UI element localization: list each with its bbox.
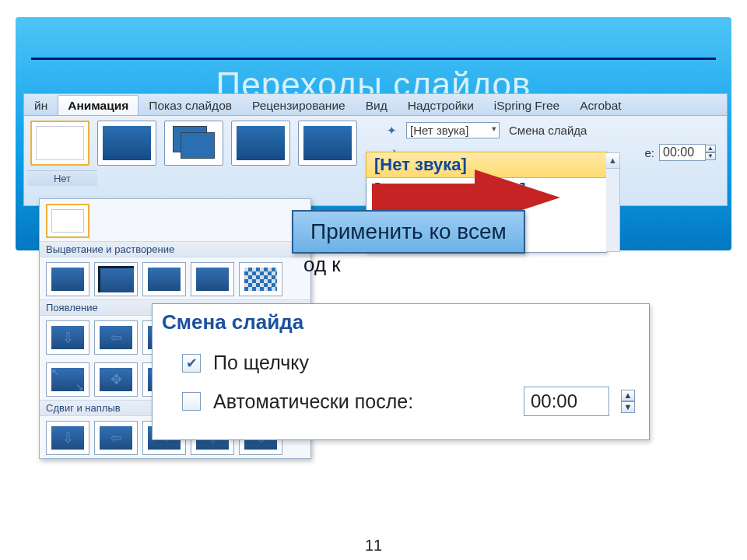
gallery-thumb[interactable]: ✥: [94, 362, 138, 397]
ribbon-after-time[interactable]: 00:00: [659, 144, 706, 161]
slide-change-options: Смена слайда ✔ По щелчку Автоматически п…: [152, 303, 650, 440]
ribbon-tab-animation[interactable]: Анимация: [58, 95, 139, 115]
ribbon-tab-slideshow[interactable]: Показ слайдов: [139, 95, 242, 115]
group-label-none: Нет: [27, 170, 97, 186]
apply-to-all-callout: Применить ко всем: [292, 210, 525, 254]
on-click-checkbox[interactable]: ✔: [182, 354, 201, 373]
on-click-label: По щелчку: [213, 352, 309, 374]
auto-after-spinner[interactable]: ▲▼: [621, 390, 635, 413]
ribbon-tab-acrobat[interactable]: Acrobat: [570, 95, 631, 115]
auto-after-checkbox[interactable]: [182, 392, 201, 411]
gallery-thumb[interactable]: [46, 262, 89, 296]
gallery-thumb[interactable]: ⇦: [94, 320, 138, 355]
gallery-thumb-none[interactable]: [46, 204, 89, 238]
ribbon-tab-ispring[interactable]: iSpring Free: [484, 95, 570, 115]
ribbon-tab-review[interactable]: Рецензирование: [242, 95, 356, 115]
dropdown-scrollbar[interactable]: ▲: [606, 152, 620, 252]
gallery-thumb[interactable]: [142, 262, 186, 296]
title-underline: [31, 58, 716, 60]
transition-sound-select[interactable]: [Нет звука]: [406, 122, 500, 138]
transition-thumb[interactable]: [298, 121, 357, 166]
transition-thumb[interactable]: [231, 121, 290, 166]
obscured-text-fragment: од к: [303, 253, 341, 277]
ribbon-tab-view[interactable]: Вид: [356, 95, 398, 115]
transition-thumb[interactable]: [97, 121, 156, 166]
ribbon-tab-addins[interactable]: Надстройки: [398, 95, 484, 115]
gallery-thumb[interactable]: [191, 262, 234, 296]
preview-icon[interactable]: ✦: [387, 124, 397, 138]
callout-arrow: [372, 184, 481, 210]
options-heading: Смена слайда: [162, 310, 640, 334]
slide-page-number: 11: [0, 537, 747, 555]
transition-thumb[interactable]: [164, 121, 223, 166]
gallery-thumb[interactable]: ⇩: [46, 421, 89, 455]
gallery-thumb[interactable]: ⇦: [94, 421, 138, 455]
gallery-thumb[interactable]: ↖↘: [46, 362, 89, 397]
transition-none-thumb[interactable]: [30, 121, 89, 166]
gallery-heading: Выцветание и растворение: [40, 241, 310, 257]
change-slide-label: Смена слайда: [509, 124, 587, 137]
gallery-thumb[interactable]: [94, 262, 138, 296]
auto-after-label: Автоматически после:: [213, 390, 413, 413]
ribbon-tab-design[interactable]: йн: [24, 95, 58, 115]
ribbon-after-spinner[interactable]: ▲▼: [705, 145, 716, 160]
ribbon-tabstrip: йн Анимация Показ слайдов Рецензирование…: [24, 94, 727, 116]
transition-thumbs: [27, 121, 357, 166]
auto-after-time[interactable]: 00:00: [524, 387, 609, 416]
gallery-thumb[interactable]: [239, 262, 282, 296]
after-suffix: е:: [644, 146, 654, 159]
gallery-thumb[interactable]: ⇩: [46, 320, 89, 355]
